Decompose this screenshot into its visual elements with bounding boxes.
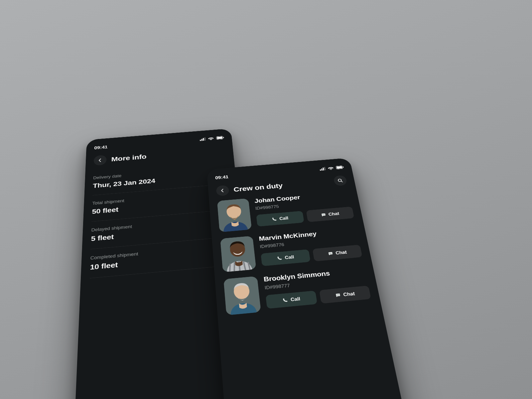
wifi-icon (208, 137, 214, 140)
status-time: 09:41 (215, 174, 229, 180)
svg-rect-15 (343, 167, 344, 168)
phone-icon (282, 298, 288, 303)
avatar-illustration (223, 276, 261, 315)
phone-icon (272, 217, 277, 221)
avatar[interactable] (223, 276, 261, 315)
chat-label: Chat (335, 250, 347, 256)
svg-rect-8 (320, 169, 321, 171)
signal-icon (320, 167, 326, 171)
chat-label: Chat (343, 291, 355, 297)
svg-line-17 (341, 181, 342, 182)
crew-item: Johan Cooper ID#998775 Call Chat (217, 190, 355, 232)
svg-rect-14 (336, 166, 342, 169)
svg-rect-9 (321, 169, 323, 171)
search-button[interactable] (333, 175, 347, 186)
chat-icon (328, 251, 333, 256)
call-label: Call (290, 296, 301, 302)
svg-rect-0 (200, 140, 201, 141)
svg-point-12 (331, 169, 332, 170)
call-button[interactable]: Call (256, 211, 304, 226)
svg-point-4 (210, 140, 211, 140)
chevron-left-icon (220, 188, 225, 193)
call-label: Call (285, 254, 295, 260)
svg-rect-11 (324, 167, 326, 170)
call-button[interactable]: Call (266, 291, 318, 309)
call-button[interactable]: Call (261, 249, 311, 266)
chat-button[interactable]: Chat (306, 206, 354, 222)
avatar-illustration (220, 236, 256, 272)
svg-rect-6 (217, 137, 222, 139)
chevron-left-icon (97, 158, 103, 163)
call-label: Call (279, 215, 289, 221)
chat-label: Chat (328, 211, 340, 217)
svg-rect-3 (204, 137, 206, 141)
chat-button[interactable]: Chat (313, 245, 362, 261)
svg-rect-2 (203, 138, 204, 141)
status-icons (200, 136, 224, 141)
page-title: More info (111, 153, 146, 163)
crew-item: Marvin McKinney ID#998776 Call Chat (220, 227, 363, 272)
chat-icon (335, 293, 341, 298)
crew-list: Johan Cooper ID#998775 Call Chat (217, 190, 372, 316)
svg-rect-1 (201, 139, 203, 141)
svg-rect-7 (223, 137, 224, 138)
avatar-illustration (217, 198, 252, 232)
chat-icon (321, 213, 326, 217)
phone-screen-crew-on-duty: 09:41 Crew on duty (207, 158, 414, 399)
status-icons (320, 166, 344, 171)
phone-icon (277, 256, 282, 260)
battery-icon (336, 166, 344, 170)
back-button[interactable] (93, 155, 106, 166)
avatar[interactable] (220, 236, 256, 272)
avatar[interactable] (217, 198, 252, 232)
svg-rect-10 (323, 168, 324, 171)
wifi-icon (328, 166, 334, 170)
search-icon (337, 178, 343, 183)
battery-icon (216, 136, 224, 140)
crew-item: Brooklyn Simmons ID#998777 Call Chat (223, 266, 372, 316)
signal-icon (200, 137, 206, 141)
status-time: 09:41 (94, 145, 108, 150)
chat-button[interactable]: Chat (319, 286, 371, 304)
back-button[interactable] (216, 185, 229, 196)
page-title: Crew on duty (233, 182, 283, 193)
